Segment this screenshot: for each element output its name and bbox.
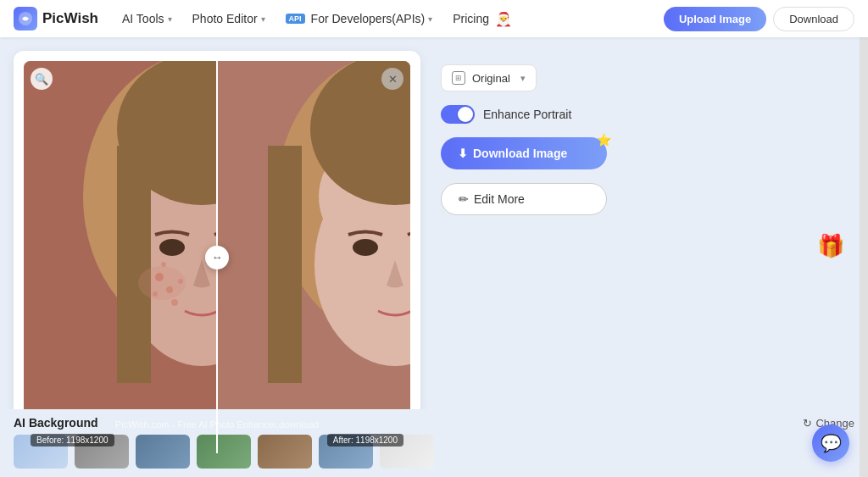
original-selector[interactable]: ⊞ Original ▾ [441,64,537,92]
logo-icon [14,7,37,31]
download-button[interactable]: Download [773,7,854,31]
thumbnails-row [14,435,854,469]
svg-point-14 [171,299,178,306]
original-icon: ⊞ [452,71,465,85]
svg-rect-22 [268,146,302,383]
thumbnail-item[interactable] [136,435,190,469]
controls-panel: ⊞ Original ▾ Enhance Portrait ⬇ Download… [420,51,607,215]
svg-point-24 [353,239,378,256]
nav-developers[interactable]: API For Developers(APIs) ▾ [277,8,442,30]
nav-ai-tools[interactable]: AI Tools ▾ [114,8,181,30]
chat-icon: 💬 [821,433,842,453]
chevron-down-icon: ▾ [168,14,172,24]
download-icon: ⬇ [458,147,468,160]
comparison-handle[interactable] [205,246,229,269]
chevron-down-icon: ▾ [428,14,432,24]
header: PicWish AI Tools ▾ Photo Editor ▾ API Fo… [0,0,868,37]
main-nav: AI Tools ▾ Photo Editor ▾ API For Develo… [114,7,664,31]
logo[interactable]: PicWish [14,7,98,31]
logo-text: PicWish [42,10,98,27]
ai-bg-title: AI Background [14,416,98,430]
chevron-down-icon: ▾ [520,73,526,84]
refresh-icon: ↻ [803,417,812,430]
nav-ai-tools-label: AI Tools [122,12,164,25]
original-label: Original [472,72,510,85]
chat-button[interactable]: 💬 [812,424,849,462]
edit-icon: ✏ [459,192,469,206]
thumbnail-item[interactable] [258,435,312,469]
comparison-container[interactable]: 🔍 ✕ Before: 1198x1200 After: 1198x1200 P… [24,61,410,453]
header-actions: Upload Image Download [664,7,854,31]
pricing-emoji-icon: 🎅 [495,11,512,27]
before-image [24,61,217,453]
gift-icon[interactable]: 🎁 [817,233,844,259]
close-icon[interactable]: ✕ [381,68,403,90]
enhance-toggle[interactable] [441,105,475,124]
scrollbar[interactable] [860,0,868,477]
nav-developers-label: For Developers(APIs) [311,12,426,25]
enhance-label: Enhance Portrait [483,108,571,121]
download-image-button[interactable]: ⬇ Download Image ⭐ [441,137,607,169]
after-label: After: 1198x1200 [327,434,403,446]
edit-more-button[interactable]: ✏ Edit More [441,183,607,215]
thumbnail-item[interactable] [197,435,251,469]
zoom-icon[interactable]: 🔍 [31,68,53,90]
svg-point-16 [138,266,186,300]
toggle-knob [458,107,473,122]
chevron-down-icon: ▾ [261,14,265,24]
enhance-row: Enhance Portrait [441,105,607,124]
image-panel: 🔍 ✕ Before: 1198x1200 After: 1198x1200 P… [14,51,420,463]
before-label: Before: 1198x1200 [31,434,114,446]
nav-pricing-label: Pricing [453,12,489,25]
after-image [217,61,410,453]
nav-pricing[interactable]: Pricing 🎅 [444,7,520,31]
svg-rect-6 [117,146,151,383]
star-badge-icon: ⭐ [597,133,611,147]
watermark: PicWish.com - Free AI Photo Enhancer.dow… [115,419,319,430]
api-badge: API [286,14,305,24]
nav-photo-editor-label: Photo Editor [192,12,258,25]
upload-image-button[interactable]: Upload Image [664,7,766,31]
svg-point-8 [159,239,185,256]
nav-photo-editor[interactable]: Photo Editor ▾ [184,8,274,30]
